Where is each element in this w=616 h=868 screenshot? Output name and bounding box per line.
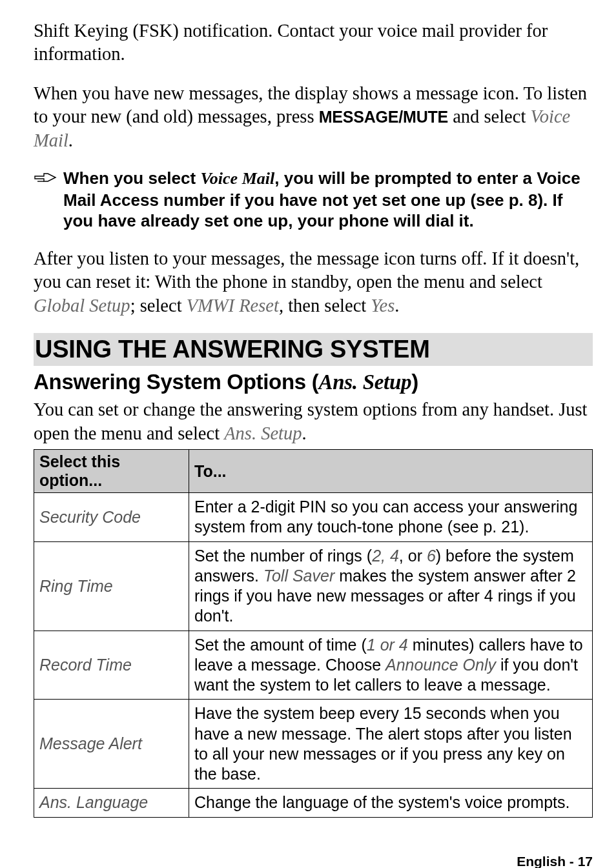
header-select-option: Select this option... <box>34 450 189 493</box>
page-footer: English - 17 <box>0 831 616 868</box>
options-table: Select this option... To... Security Cod… <box>34 449 593 818</box>
italic-value: 1 or 4 <box>367 636 408 654</box>
text: Set the number of rings ( <box>194 547 372 565</box>
option-desc: Enter a 2-digit PIN so you can access yo… <box>189 493 593 542</box>
text: , then select <box>279 296 371 316</box>
table-row: Message Alert Have the system beep every… <box>34 700 593 789</box>
table-row: Ring Time Set the number of rings (2, 4,… <box>34 541 593 631</box>
text: Enter a 2-digit PIN so you can access yo… <box>194 498 577 536</box>
option-desc: Set the amount of time (1 or 4 minutes) … <box>189 631 593 700</box>
paragraph-intro-options: You can set or change the answering syst… <box>34 398 593 445</box>
text: , or <box>399 547 427 565</box>
text: and select <box>448 106 530 126</box>
italic-value: Toll Saver <box>263 567 334 585</box>
menu-ans-setup: Ans. Setup <box>224 423 302 443</box>
pointing-hand-icon <box>34 168 57 187</box>
menu-yes: Yes <box>371 296 395 316</box>
text: . <box>68 130 73 150</box>
callout-note: When you select Voice Mail, you will be … <box>34 168 593 232</box>
option-message-alert: Message Alert <box>34 700 189 789</box>
option-security-code: Security Code <box>34 493 189 542</box>
heading-answering-system-options: Answering System Options (Ans. Setup) <box>34 370 593 394</box>
text: . <box>302 423 307 443</box>
menu-global-setup: Global Setup <box>34 296 130 316</box>
option-desc: Have the system beep every 15 seconds wh… <box>189 700 593 789</box>
text: When you select <box>63 168 200 188</box>
key-message-mute: MESSAGE/MUTE <box>319 108 448 126</box>
text: Change the language of the system's voic… <box>194 793 570 811</box>
option-desc: Set the number of rings (2, 4, or 6) bef… <box>189 541 593 631</box>
option-record-time: Record Time <box>34 631 189 700</box>
paragraph-reset-icon: After you listen to your messages, the m… <box>34 247 593 318</box>
text: . <box>395 296 399 316</box>
option-ans-language: Ans. Language <box>34 789 189 817</box>
italic-value: Announce Only <box>385 656 496 674</box>
option-desc: Change the language of the system's voic… <box>189 789 593 817</box>
text: Have the system beep every 15 seconds wh… <box>194 704 572 783</box>
table-row: Record Time Set the amount of time (1 or… <box>34 631 593 700</box>
header-to: To... <box>189 450 593 493</box>
table-row: Ans. Language Change the language of the… <box>34 789 593 817</box>
text: ) <box>411 370 418 394</box>
text: Set the amount of time ( <box>194 636 367 654</box>
italic-value: 2, 4 <box>372 547 399 565</box>
paragraph-new-messages: When you have new messages, the display … <box>34 82 593 152</box>
heading-using-answering-system: USING THE ANSWERING SYSTEM <box>34 333 593 366</box>
table-row: Security Code Enter a 2-digit PIN so you… <box>34 493 593 542</box>
option-ring-time: Ring Time <box>34 541 189 631</box>
italic-value: 6 <box>427 547 436 565</box>
text: You can set or change the answering syst… <box>34 399 588 443</box>
text: Shift Keying (FSK) notification. Contact… <box>34 21 548 64</box>
table-header-row: Select this option... To... <box>34 450 593 493</box>
callout-text: When you select Voice Mail, you will be … <box>63 168 593 232</box>
menu-vmwi-reset: VMWI Reset <box>187 296 279 316</box>
menu-ans-setup: Ans. Setup <box>318 370 411 394</box>
text: After you listen to your messages, the m… <box>34 248 579 292</box>
paragraph-fsk: Shift Keying (FSK) notification. Contact… <box>34 19 593 66</box>
text: ; select <box>130 296 187 316</box>
menu-voice-mail: Voice Mail <box>200 169 274 188</box>
text: Answering System Options ( <box>34 370 318 394</box>
